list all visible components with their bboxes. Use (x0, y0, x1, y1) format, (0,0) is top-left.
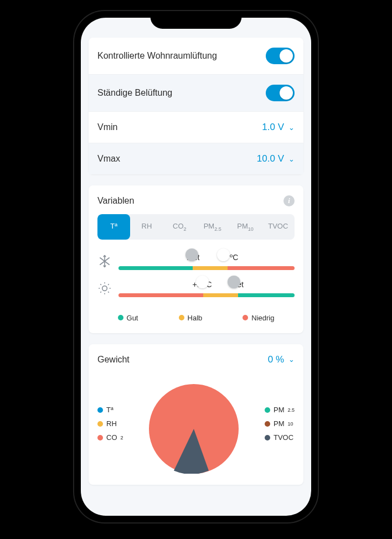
vmax-select[interactable]: 10.0 V ⌄ (257, 153, 295, 164)
vmin-select[interactable]: 1.0 V ⌄ (262, 122, 295, 133)
constant-vent-label: Ständige Belüftung (97, 88, 172, 98)
controlled-vent-label: Kontrollierte Wohnraumlüftung (97, 51, 217, 61)
tab-co2[interactable]: CO2 (163, 214, 196, 240)
weight-select[interactable]: 0 % ⌄ (268, 354, 295, 365)
quality-legend: Gut Halb Niedrig (89, 307, 303, 333)
legend-ta: Tª (97, 406, 123, 414)
tab-rh[interactable]: RH (130, 214, 163, 240)
tab-temperature[interactable]: Tª (97, 214, 130, 240)
vmax-row[interactable]: Vmax 10.0 V ⌄ (89, 143, 303, 174)
weight-card: Gewicht 0 % ⌄ Tª RH CO2 (89, 344, 303, 485)
legend-rh: RH (97, 419, 123, 428)
info-icon[interactable]: i (283, 195, 295, 206)
weight-value: 0 % (268, 354, 284, 365)
heat-slider[interactable]: +3 ºC Tset (118, 280, 295, 297)
dot-green (118, 315, 123, 320)
variable-tabs: Tª RH CO2 PM2.5 PM10 TVOC (97, 214, 295, 240)
tab-tvoc[interactable]: TVOC (262, 214, 295, 240)
controlled-vent-toggle[interactable] (266, 48, 295, 64)
toggle-knob (280, 49, 293, 63)
cool-slider[interactable]: Tset +3 ºC (118, 253, 295, 270)
pie-section: Tª RH CO2 PM2.5 PM10 TVOC (89, 370, 303, 485)
phone-frame: Kontrollierte Wohnraumlüftung Ständige B… (74, 11, 318, 522)
legend-good: Gut (118, 314, 138, 322)
vmax-value: 10.0 V (257, 153, 284, 164)
dot-yellow (179, 315, 184, 320)
constant-vent-row: Ständige Belüftung (89, 75, 303, 112)
variables-card: Variablen i Tª RH CO2 PM2.5 PM10 TVOC (89, 185, 303, 333)
sun-icon (97, 281, 112, 296)
legend-pm10: PM10 (265, 419, 295, 428)
constant-vent-toggle[interactable] (266, 85, 295, 101)
chevron-down-icon: ⌄ (288, 355, 295, 364)
vmin-label: Vmin (97, 122, 117, 132)
heat-handle-offset[interactable] (196, 276, 209, 288)
pie-legend-left: Tª RH CO2 (97, 406, 123, 442)
heat-slider-row: +3 ºC Tset (89, 280, 303, 297)
pie-chart (127, 374, 261, 474)
cool-handle-tset[interactable] (185, 248, 198, 261)
vmin-row[interactable]: Vmin 1.0 V ⌄ (89, 112, 303, 143)
legend-tvoc: TVOC (265, 433, 295, 442)
vmax-label: Vmax (97, 154, 120, 164)
heat-handle-tset[interactable] (228, 276, 240, 288)
variables-title: Variablen (97, 196, 134, 206)
pie-legend-right: PM2.5 PM10 TVOC (265, 406, 295, 442)
controlled-vent-row: Kontrollierte Wohnraumlüftung (89, 38, 303, 75)
legend-pm25: PM2.5 (265, 406, 295, 414)
toggle-knob (280, 86, 293, 100)
vmin-value: 1.0 V (262, 122, 284, 133)
variables-header: Variablen i (89, 185, 303, 214)
cool-slider-row: Tset +3 ºC (89, 253, 303, 270)
legend-co2: CO2 (97, 433, 123, 442)
snowflake-icon (97, 254, 112, 268)
chevron-down-icon: ⌄ (288, 123, 295, 132)
app-screen: Kontrollierte Wohnraumlüftung Ständige B… (81, 18, 311, 516)
phone-notch (151, 11, 242, 29)
tab-pm10[interactable]: PM10 (229, 214, 261, 240)
legend-half: Halb (179, 314, 203, 322)
weight-title: Gewicht (97, 355, 130, 365)
cool-handle-offset[interactable] (217, 248, 230, 261)
dot-red (243, 315, 248, 320)
tab-pm25[interactable]: PM2.5 (196, 214, 229, 240)
chevron-down-icon: ⌄ (288, 155, 295, 163)
settings-card: Kontrollierte Wohnraumlüftung Ständige B… (89, 38, 303, 174)
svg-point-0 (102, 286, 107, 291)
weight-header: Gewicht 0 % ⌄ (89, 344, 303, 370)
legend-low: Niedrig (243, 314, 274, 322)
